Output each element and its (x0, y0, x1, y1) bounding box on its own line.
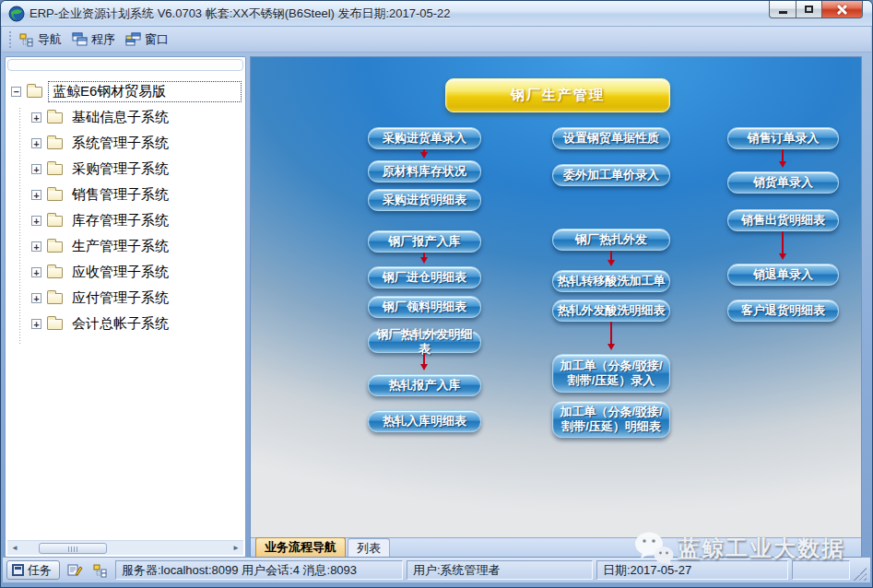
folder-icon (47, 112, 63, 123)
sidebar-header (7, 59, 243, 71)
minimize-icon (779, 11, 787, 14)
flow-btn-doc-nature-setting[interactable]: 设置钢贸单据性质 (552, 127, 670, 149)
tree-item-purchase-mgmt[interactable]: 采购管理子系统 (11, 156, 245, 182)
close-button[interactable] (822, 1, 863, 18)
tree-item-system-mgmt[interactable]: 系统管理子系统 (11, 130, 245, 156)
expand-icon[interactable] (31, 216, 41, 226)
scrollbar-track[interactable] (22, 542, 229, 555)
program-windows-icon (72, 32, 88, 46)
task-icon (12, 564, 24, 576)
flow-arrow (610, 251, 612, 265)
close-icon (837, 5, 847, 15)
maximize-icon (805, 6, 813, 13)
folder-icon (47, 319, 63, 330)
status-date-info: 日期:2017-05-27 (596, 560, 788, 580)
minimize-button[interactable] (769, 1, 796, 18)
flow-btn-purchase-detail[interactable]: 采购进货明细表 (368, 189, 481, 211)
tree-item-base-info[interactable]: 基础信息子系统 (11, 104, 245, 130)
status-bar: 任务 服务器:localhost:8099 用户会话:4 消息:8093 用户:… (3, 558, 870, 582)
flow-btn-mill-warehouse-detail[interactable]: 钢厂进仓明细表 (368, 266, 481, 288)
expand-icon[interactable] (31, 112, 41, 123)
flow-btn-pickling-detail[interactable]: 热轧外发酸洗明细表 (552, 300, 670, 322)
flow-btn-hotroll-production-in[interactable]: 热轧报产入库 (368, 374, 481, 396)
tree-item-label: 生产管理子系统 (68, 237, 172, 256)
tree-item-label: 系统管理子系统 (68, 134, 172, 153)
flow-btn-sales-order-entry[interactable]: 销售订单录入 (727, 127, 839, 149)
flow-btn-mill-hotroll-detail[interactable]: 钢厂热轧外发明细表 (368, 331, 481, 353)
tree-item-label: 会计总帐子系统 (68, 314, 172, 334)
folder-icon (47, 138, 63, 149)
tree-item-label: 基础信息子系统 (68, 108, 172, 127)
tree-root-item[interactable]: 蓝鲸E6钢材贸易版 (11, 78, 245, 104)
sidebar-hscrollbar[interactable]: ◄ ► (7, 540, 243, 555)
app-window: ERP-企业资源计划系统 V6.0703 帐套:XX不锈钢(B6Steel) 发… (0, 0, 873, 588)
window-controls (769, 1, 863, 18)
nav-shortcut-button[interactable] (89, 560, 112, 580)
status-user-info: 用户:系统管理者 (407, 560, 593, 580)
maximize-button[interactable] (796, 1, 822, 18)
expand-icon[interactable] (31, 138, 41, 148)
flow-btn-work-order-entry[interactable]: 加工单（分条/驳接/割带/压延）录入 (552, 354, 670, 393)
toolbar-item-program[interactable]: 程序 (68, 29, 122, 50)
main-toolbar: 导航 程序 窗口 (2, 27, 871, 53)
expand-icon[interactable] (31, 190, 41, 200)
expand-icon[interactable] (31, 241, 41, 252)
collapse-icon[interactable] (11, 87, 21, 97)
tree-item-production-mgmt[interactable]: 生产管理子系统 (11, 233, 245, 259)
toolbar-grip[interactable] (8, 31, 12, 48)
flow-btn-mill-production-in[interactable]: 钢厂报产入库 (368, 230, 481, 253)
app-logo-icon (8, 6, 25, 22)
toolbar-item-window[interactable]: 窗口 (122, 29, 175, 50)
scroll-left-icon[interactable]: ◄ (7, 542, 22, 555)
expand-icon[interactable] (31, 267, 41, 277)
toolbar-item-navigation[interactable]: 导航 (16, 29, 68, 50)
tree-root-label: 蓝鲸E6钢材贸易版 (48, 81, 242, 102)
tree-item-payable-mgmt[interactable]: 应付管理子系统 (11, 285, 245, 311)
flow-arrow (610, 322, 612, 348)
edit-note-button[interactable] (64, 560, 86, 580)
flow-btn-pickling-work-order[interactable]: 热轧转移酸洗加工单 (552, 270, 670, 292)
task-button-label: 任务 (28, 562, 52, 579)
tree-item-label: 应付管理子系统 (68, 288, 172, 308)
task-button[interactable]: 任务 (6, 560, 60, 580)
flow-btn-hotroll-in-detail[interactable]: 热轧入库明细表 (368, 410, 481, 432)
tree-item-receivable-mgmt[interactable]: 应收管理子系统 (11, 259, 245, 285)
flow-btn-sales-delivery-detail[interactable]: 销售出货明细表 (727, 209, 839, 231)
flow-btn-raw-material-stock[interactable]: 原材料库存状况 (368, 160, 481, 182)
flow-btn-work-order-detail[interactable]: 加工单（分条/驳接/割带/压延）明细表 (552, 401, 670, 438)
tree-item-inventory-mgmt[interactable]: 库存管理子系统 (11, 207, 245, 233)
resize-grip[interactable] (854, 568, 867, 581)
flow-btn-sales-invoice-entry[interactable]: 销货单录入 (727, 171, 839, 194)
module-tree: 蓝鲸E6钢材贸易版 基础信息子系统 系统管理子系统 采购管理子系统 销售管理子系 (6, 75, 245, 336)
scrollbar-thumb[interactable] (39, 543, 107, 554)
scroll-right-icon[interactable]: ► (229, 542, 243, 555)
flow-btn-sales-return-entry[interactable]: 销退单录入 (727, 264, 839, 286)
toolbar-item-label: 窗口 (145, 31, 169, 48)
toolbar-item-label: 导航 (38, 31, 62, 48)
flow-btn-mill-material-detail[interactable]: 钢厂领料明细表 (368, 296, 481, 318)
flow-btn-outsource-price-entry[interactable]: 委外加工单价录入 (552, 164, 670, 186)
tree-item-sales-mgmt[interactable]: 销售管理子系统 (11, 182, 245, 207)
folder-icon (47, 190, 63, 201)
tab-list[interactable]: 列表 (348, 538, 390, 557)
expand-icon[interactable] (31, 164, 41, 174)
main-panel: 钢厂生产管理 采购进货单录入 原材料库存状况 采购进货明细表 钢厂报产入库 钢厂… (250, 56, 862, 558)
flowchart-canvas: 钢厂生产管理 采购进货单录入 原材料库存状况 采购进货明细表 钢厂报产入库 钢厂… (251, 57, 861, 537)
expand-icon[interactable] (31, 293, 41, 303)
flow-arrow (423, 353, 425, 369)
flow-btn-mill-hotroll-out[interactable]: 钢厂热扎外发 (552, 229, 670, 251)
folder-icon (47, 293, 63, 304)
nav-tree-icon (93, 563, 108, 578)
flow-arrow (782, 231, 784, 258)
flow-arrow (423, 149, 425, 157)
expand-icon[interactable] (31, 319, 41, 329)
tree-item-label: 库存管理子系统 (68, 211, 172, 230)
flow-btn-purchase-entry[interactable]: 采购进货单录入 (368, 127, 481, 149)
status-server-info: 服务器:localhost:8099 用户会话:4 消息:8093 (115, 560, 403, 580)
window-title: ERP-企业资源计划系统 V6.0703 帐套:XX不锈钢(B6Steel) 发… (29, 6, 451, 22)
tab-business-flow-nav[interactable]: 业务流程导航 (255, 537, 346, 557)
tree-item-general-ledger[interactable]: 会计总帐子系统 (11, 311, 245, 336)
flow-title-button[interactable]: 钢厂生产管理 (445, 78, 670, 112)
flow-btn-customer-return-detail[interactable]: 客户退货明细表 (727, 300, 839, 322)
clipboard-pen-icon (67, 563, 83, 577)
